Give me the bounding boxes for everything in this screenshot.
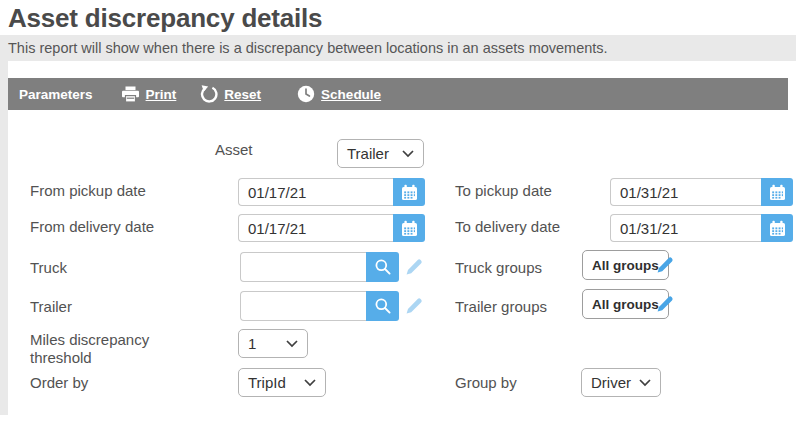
page-subtitle: This report will show when there is a di… bbox=[0, 35, 796, 61]
to-delivery-date-group bbox=[610, 214, 793, 242]
asset-label: Asset bbox=[215, 141, 253, 158]
trailer-search-button[interactable] bbox=[366, 291, 399, 321]
chevron-down-icon bbox=[639, 379, 651, 387]
pencil-icon bbox=[404, 257, 424, 277]
trailer-search-input[interactable] bbox=[240, 291, 366, 321]
parameters-toolbar: Parameters Print Reset Sch bbox=[8, 78, 788, 110]
trailer-label: Trailer bbox=[30, 298, 72, 315]
miles-threshold-label: Miles discrepancy threshold bbox=[30, 331, 195, 367]
page-subtitle-text: This report will show when there is a di… bbox=[8, 40, 608, 56]
group-by-dropdown[interactable]: Driver bbox=[581, 368, 661, 397]
chevron-down-icon bbox=[286, 340, 298, 348]
chevron-down-icon bbox=[304, 379, 316, 387]
trailer-edit-button[interactable] bbox=[404, 296, 424, 316]
from-delivery-date-input[interactable] bbox=[238, 214, 393, 242]
from-pickup-date-label: From pickup date bbox=[30, 182, 146, 199]
truck-search-group bbox=[240, 252, 399, 282]
search-icon bbox=[374, 297, 392, 315]
from-delivery-date-label: From delivery date bbox=[30, 218, 154, 235]
parameters-label: Parameters bbox=[19, 87, 93, 102]
pencil-icon bbox=[655, 255, 675, 275]
from-pickup-date-group bbox=[238, 178, 425, 206]
schedule-label: Schedule bbox=[321, 87, 381, 102]
to-delivery-date-input[interactable] bbox=[610, 214, 761, 242]
reset-icon bbox=[200, 85, 218, 103]
calendar-icon bbox=[769, 220, 786, 237]
miles-threshold-value: 1 bbox=[248, 335, 256, 352]
trailer-groups-edit-button[interactable] bbox=[655, 294, 675, 314]
calendar-icon bbox=[401, 220, 418, 237]
pencil-icon bbox=[655, 294, 675, 314]
truck-edit-button[interactable] bbox=[404, 257, 424, 277]
truck-search-button[interactable] bbox=[366, 252, 399, 282]
calendar-icon bbox=[769, 184, 786, 201]
group-by-label: Group by bbox=[455, 374, 517, 391]
to-delivery-date-label: To delivery date bbox=[455, 218, 560, 235]
order-by-label: Order by bbox=[30, 374, 88, 391]
to-pickup-date-input[interactable] bbox=[610, 178, 761, 206]
left-gutter bbox=[0, 61, 8, 415]
from-delivery-calendar-button[interactable] bbox=[393, 214, 425, 242]
pencil-icon bbox=[404, 296, 424, 316]
schedule-button[interactable]: Schedule bbox=[297, 85, 381, 103]
truck-groups-edit-button[interactable] bbox=[655, 255, 675, 275]
print-button[interactable]: Print bbox=[121, 86, 177, 103]
to-pickup-date-label: To pickup date bbox=[455, 182, 552, 199]
truck-search-input[interactable] bbox=[240, 252, 366, 282]
trailer-search-group bbox=[240, 291, 399, 321]
print-icon bbox=[121, 86, 140, 103]
from-pickup-date-input[interactable] bbox=[238, 178, 393, 206]
from-delivery-date-group bbox=[238, 214, 425, 242]
reset-label: Reset bbox=[224, 87, 261, 102]
chevron-down-icon bbox=[402, 150, 414, 158]
from-pickup-calendar-button[interactable] bbox=[393, 178, 425, 206]
truck-label: Truck bbox=[30, 259, 67, 276]
to-delivery-calendar-button[interactable] bbox=[761, 214, 793, 242]
search-icon bbox=[374, 258, 392, 276]
trailer-groups-label: Trailer groups bbox=[455, 298, 547, 315]
to-pickup-calendar-button[interactable] bbox=[761, 178, 793, 206]
reset-button[interactable]: Reset bbox=[200, 85, 261, 103]
asset-dropdown[interactable]: Trailer bbox=[337, 139, 424, 168]
order-by-dropdown[interactable]: TripId bbox=[238, 368, 326, 397]
clock-icon bbox=[297, 85, 315, 103]
group-by-value: Driver bbox=[591, 374, 631, 391]
miles-threshold-dropdown[interactable]: 1 bbox=[238, 329, 308, 358]
to-pickup-date-group bbox=[610, 178, 793, 206]
asset-dropdown-value: Trailer bbox=[347, 145, 389, 162]
print-label: Print bbox=[146, 87, 177, 102]
truck-groups-label: Truck groups bbox=[455, 259, 542, 276]
calendar-icon bbox=[401, 184, 418, 201]
order-by-value: TripId bbox=[248, 374, 286, 391]
page-title: Asset discrepancy details bbox=[8, 3, 322, 34]
